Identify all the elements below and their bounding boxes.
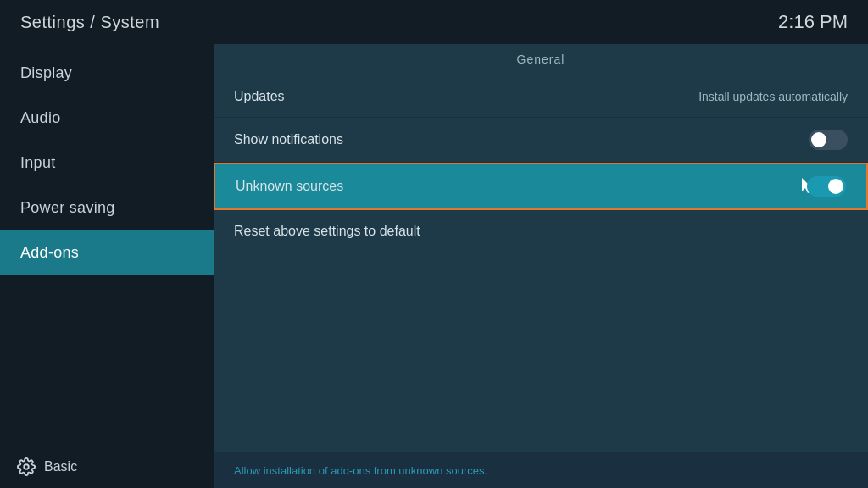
content-area: General Updates Install updates automati… (214, 44, 868, 488)
sidebar-item-add-ons[interactable]: Add-ons (0, 230, 214, 275)
settings-row-updates[interactable]: Updates Install updates automatically (214, 75, 868, 118)
settings-row-show-notifications[interactable]: Show notifications (214, 118, 868, 163)
settings-row-reset[interactable]: Reset above settings to default (214, 210, 868, 252)
main-layout: Display Audio Input Power saving Add-ons… (0, 44, 868, 488)
sidebar-item-display[interactable]: Display (0, 51, 214, 96)
header: Settings / System 2:16 PM (0, 0, 868, 44)
unknown-sources-label: Unknown sources (236, 179, 343, 194)
show-notifications-toggle[interactable] (809, 130, 848, 150)
clock: 2:16 PM (778, 11, 848, 33)
content-scroll[interactable]: General Updates Install updates automati… (214, 44, 868, 452)
unknown-sources-toggle[interactable] (807, 176, 846, 197)
sidebar-item-input[interactable]: Input (0, 141, 214, 186)
show-notifications-label: Show notifications (234, 132, 343, 147)
section-header-general: General (214, 44, 868, 75)
reset-label: Reset above settings to default (234, 224, 420, 239)
updates-value: Install updates automatically (698, 90, 848, 103)
toggle-knob-on (828, 179, 843, 194)
page-title: Settings / System (20, 13, 159, 32)
settings-row-unknown-sources[interactable]: Unknown sources (214, 163, 868, 210)
sidebar-bottom-basic[interactable]: Basic (0, 446, 214, 488)
sidebar-item-power-saving[interactable]: Power saving (0, 186, 214, 230)
sidebar-item-audio[interactable]: Audio (0, 96, 214, 141)
svg-point-0 (24, 464, 29, 469)
gear-icon (17, 458, 36, 476)
sidebar: Display Audio Input Power saving Add-ons… (0, 44, 214, 488)
sidebar-bottom-label: Basic (44, 459, 77, 474)
status-text: Allow installation of add-ons from unkno… (234, 464, 487, 477)
updates-label: Updates (234, 89, 285, 104)
status-bar: Allow installation of add-ons from unkno… (214, 452, 868, 488)
toggle-knob (811, 132, 826, 147)
